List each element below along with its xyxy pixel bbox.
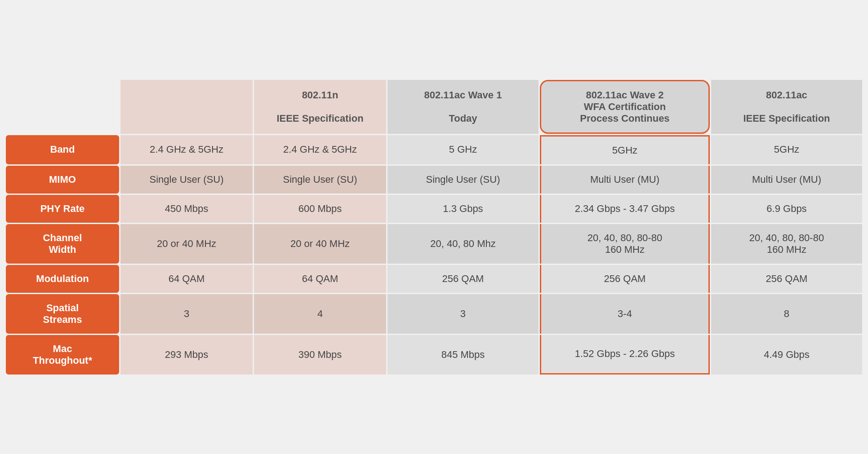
header-col3: 802.11ac Wave 1Today	[387, 80, 539, 134]
header-col1	[120, 80, 253, 134]
cell-phy-rate-col4: 2.34 Gbps - 3.47 Gbps	[540, 195, 710, 223]
cell-modulation-col5: 256 QAM	[711, 265, 862, 293]
cell-phy-rate-col1: 450 Mbps	[120, 195, 253, 223]
header-col5: 802.11acIEEE Specification	[711, 80, 862, 134]
cell-phy-rate-col5: 6.9 Gbps	[711, 195, 862, 223]
cell-mac-throughout-col5: 4.49 Gbps	[711, 335, 862, 375]
table-row-mac-throughout: MacThroughout*293 Mbps390 Mbps845 Mbps1.…	[6, 335, 862, 375]
cell-phy-rate-col2: 600 Mbps	[254, 195, 386, 223]
row-header-band: Band	[6, 135, 119, 164]
row-header-modulation: Modulation	[6, 265, 119, 293]
cell-channel-width-col3: 20, 40, 80 Mhz	[387, 224, 539, 264]
cell-mac-throughout-col1: 293 Mbps	[120, 335, 253, 375]
header-col4: 802.11ac Wave 2WFA CertificationProcess …	[540, 80, 710, 134]
cell-mimo-col1: Single User (SU)	[120, 166, 253, 194]
cell-modulation-col4: 256 QAM	[540, 265, 710, 293]
cell-mimo-col4: Multi User (MU)	[540, 166, 710, 194]
cell-spatial-streams-col1: 3	[120, 294, 253, 334]
cell-band-col2: 2.4 GHz & 5GHz	[254, 135, 386, 164]
page-wrapper: 802.11nIEEE Specification 802.11ac Wave …	[0, 0, 868, 454]
cell-channel-width-col1: 20 or 40 MHz	[120, 224, 253, 264]
header-empty	[6, 80, 119, 134]
cell-band-col1: 2.4 GHz & 5GHz	[120, 135, 253, 164]
row-header-phy-rate: PHY Rate	[6, 195, 119, 223]
cell-spatial-streams-col5: 8	[711, 294, 862, 334]
cell-channel-width-col5: 20, 40, 80, 80-80160 MHz	[711, 224, 862, 264]
table-row-mimo: MIMOSingle User (SU)Single User (SU)Sing…	[6, 166, 862, 194]
table-row-modulation: Modulation64 QAM64 QAM256 QAM256 QAM256 …	[6, 265, 862, 293]
cell-mimo-col2: Single User (SU)	[254, 166, 386, 194]
cell-channel-width-col2: 20 or 40 MHz	[254, 224, 386, 264]
table-row-band: Band2.4 GHz & 5GHz2.4 GHz & 5GHz5 GHz5GH…	[6, 135, 862, 164]
cell-band-col5: 5GHz	[711, 135, 862, 164]
cell-modulation-col2: 64 QAM	[254, 265, 386, 293]
cell-spatial-streams-col3: 3	[387, 294, 539, 334]
cell-mimo-col3: Single User (SU)	[387, 166, 539, 194]
cell-modulation-col1: 64 QAM	[120, 265, 253, 293]
cell-mac-throughout-col3: 845 Mbps	[387, 335, 539, 375]
cell-mimo-col5: Multi User (MU)	[711, 166, 862, 194]
row-header-channel-width: ChannelWidth	[6, 224, 119, 264]
comparison-table: 802.11nIEEE Specification 802.11ac Wave …	[4, 79, 864, 376]
row-header-mimo: MIMO	[6, 166, 119, 194]
cell-band-col3: 5 GHz	[387, 135, 539, 164]
cell-phy-rate-col3: 1.3 Gbps	[387, 195, 539, 223]
table-row-channel-width: ChannelWidth20 or 40 MHz20 or 40 MHz20, …	[6, 224, 862, 264]
cell-spatial-streams-col4: 3-4	[540, 294, 710, 334]
cell-spatial-streams-col2: 4	[254, 294, 386, 334]
cell-channel-width-col4: 20, 40, 80, 80-80160 MHz	[540, 224, 710, 264]
row-header-spatial-streams: SpatialStreams	[6, 294, 119, 334]
header-col2: 802.11nIEEE Specification	[254, 80, 386, 134]
header-row: 802.11nIEEE Specification 802.11ac Wave …	[6, 80, 862, 134]
cell-mac-throughout-col2: 390 Mbps	[254, 335, 386, 375]
table-row-phy-rate: PHY Rate450 Mbps600 Mbps1.3 Gbps2.34 Gbp…	[6, 195, 862, 223]
cell-band-col4: 5GHz	[540, 135, 710, 164]
cell-mac-throughout-col4: 1.52 Gbps - 2.26 Gbps	[540, 335, 710, 375]
row-header-mac-throughout: MacThroughout*	[6, 335, 119, 375]
cell-modulation-col3: 256 QAM	[387, 265, 539, 293]
table-row-spatial-streams: SpatialStreams3433-48	[6, 294, 862, 334]
